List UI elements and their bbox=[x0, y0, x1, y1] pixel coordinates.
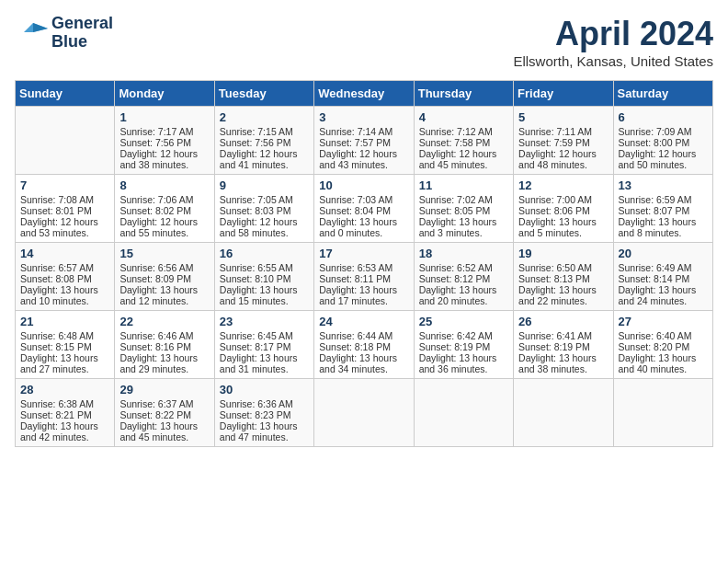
sunset: Sunset: 8:08 PM bbox=[20, 273, 92, 284]
sunset: Sunset: 8:03 PM bbox=[220, 205, 291, 216]
daylight: Daylight: 13 hours and 36 minutes. bbox=[419, 352, 497, 374]
daylight: Daylight: 13 hours and 47 minutes. bbox=[220, 420, 298, 442]
sunrise: Sunrise: 7:03 AM bbox=[319, 194, 392, 205]
sunset: Sunset: 8:15 PM bbox=[20, 341, 92, 352]
calendar-cell: 2Sunrise: 7:15 AMSunset: 7:56 PMDaylight… bbox=[214, 107, 313, 175]
calendar-cell: 30Sunrise: 6:36 AMSunset: 8:23 PMDayligh… bbox=[214, 379, 313, 447]
sunrise: Sunrise: 6:41 AM bbox=[518, 330, 592, 341]
calendar-cell: 24Sunrise: 6:44 AMSunset: 8:18 PMDayligh… bbox=[314, 311, 414, 379]
weekday-header-friday: Friday bbox=[514, 81, 613, 107]
daylight: Daylight: 13 hours and 20 minutes. bbox=[419, 284, 497, 306]
day-number: 25 bbox=[419, 315, 508, 328]
sunset: Sunset: 8:10 PM bbox=[220, 273, 291, 284]
sunrise: Sunrise: 6:50 AM bbox=[518, 262, 592, 273]
sunset: Sunset: 8:09 PM bbox=[119, 273, 191, 284]
calendar-cell: 19Sunrise: 6:50 AMSunset: 8:13 PMDayligh… bbox=[514, 243, 613, 311]
sunrise: Sunrise: 6:44 AM bbox=[319, 330, 392, 341]
day-number: 27 bbox=[619, 315, 708, 328]
calendar-week-4: 21Sunrise: 6:48 AMSunset: 8:15 PMDayligh… bbox=[16, 311, 713, 379]
daylight: Daylight: 12 hours and 50 minutes. bbox=[619, 148, 697, 170]
sunrise: Sunrise: 6:57 AM bbox=[20, 262, 94, 273]
calendar-cell: 26Sunrise: 6:41 AMSunset: 8:19 PMDayligh… bbox=[514, 311, 613, 379]
weekday-header-sunday: Sunday bbox=[16, 81, 115, 107]
calendar-cell: 11Sunrise: 7:02 AMSunset: 8:05 PMDayligh… bbox=[414, 175, 513, 243]
daylight: Daylight: 13 hours and 42 minutes. bbox=[20, 420, 98, 442]
daylight: Daylight: 13 hours and 0 minutes. bbox=[319, 216, 397, 238]
calendar-cell: 16Sunrise: 6:55 AMSunset: 8:10 PMDayligh… bbox=[214, 243, 313, 311]
weekday-header-thursday: Thursday bbox=[414, 81, 513, 107]
sunrise: Sunrise: 6:56 AM bbox=[119, 262, 193, 273]
sunrise: Sunrise: 6:36 AM bbox=[220, 398, 293, 409]
calendar-cell: 29Sunrise: 6:37 AMSunset: 8:22 PMDayligh… bbox=[115, 379, 214, 447]
calendar-cell: 21Sunrise: 6:48 AMSunset: 8:15 PMDayligh… bbox=[16, 311, 115, 379]
daylight: Daylight: 12 hours and 41 minutes. bbox=[220, 148, 298, 170]
sunset: Sunset: 8:19 PM bbox=[518, 341, 590, 352]
calendar-cell: 23Sunrise: 6:45 AMSunset: 8:17 PMDayligh… bbox=[214, 311, 313, 379]
calendar-cell: 18Sunrise: 6:52 AMSunset: 8:12 PMDayligh… bbox=[414, 243, 513, 311]
sunset: Sunset: 8:04 PM bbox=[319, 205, 391, 216]
sunrise: Sunrise: 6:55 AM bbox=[220, 262, 293, 273]
daylight: Daylight: 13 hours and 17 minutes. bbox=[319, 284, 397, 306]
day-number: 7 bbox=[20, 178, 109, 192]
day-number: 9 bbox=[220, 178, 309, 192]
calendar-cell: 12Sunrise: 7:00 AMSunset: 8:06 PMDayligh… bbox=[514, 175, 613, 243]
calendar-cell: 9Sunrise: 7:05 AMSunset: 8:03 PMDaylight… bbox=[214, 175, 313, 243]
svg-marker-2 bbox=[24, 23, 33, 32]
daylight: Daylight: 13 hours and 15 minutes. bbox=[220, 284, 298, 306]
sunset: Sunset: 8:00 PM bbox=[619, 137, 690, 148]
daylight: Daylight: 12 hours and 53 minutes. bbox=[20, 216, 98, 238]
daylight: Daylight: 13 hours and 27 minutes. bbox=[20, 352, 98, 374]
day-number: 16 bbox=[220, 247, 309, 260]
sunset: Sunset: 8:22 PM bbox=[119, 409, 191, 420]
sunset: Sunset: 7:59 PM bbox=[518, 137, 590, 148]
sunset: Sunset: 7:56 PM bbox=[119, 137, 191, 148]
sunset: Sunset: 8:17 PM bbox=[220, 341, 291, 352]
sunrise: Sunrise: 7:14 AM bbox=[319, 126, 392, 137]
sunset: Sunset: 7:56 PM bbox=[220, 137, 291, 148]
calendar-week-3: 14Sunrise: 6:57 AMSunset: 8:08 PMDayligh… bbox=[16, 243, 713, 311]
daylight: Daylight: 12 hours and 43 minutes. bbox=[319, 148, 397, 170]
daylight: Daylight: 13 hours and 40 minutes. bbox=[619, 352, 697, 374]
sunset: Sunset: 8:19 PM bbox=[419, 341, 491, 352]
calendar-cell bbox=[414, 379, 513, 447]
calendar-cell: 14Sunrise: 6:57 AMSunset: 8:08 PMDayligh… bbox=[16, 243, 115, 311]
calendar-cell: 25Sunrise: 6:42 AMSunset: 8:19 PMDayligh… bbox=[414, 311, 513, 379]
svg-marker-1 bbox=[31, 23, 48, 32]
page-header: General Blue April 2024 Ellsworth, Kansa… bbox=[15, 15, 713, 69]
logo: General Blue bbox=[15, 15, 113, 52]
calendar-cell bbox=[514, 379, 613, 447]
sunrise: Sunrise: 6:38 AM bbox=[20, 398, 94, 409]
day-number: 8 bbox=[119, 178, 209, 192]
weekday-header-monday: Monday bbox=[115, 81, 214, 107]
sunrise: Sunrise: 6:45 AM bbox=[220, 330, 293, 341]
sunrise: Sunrise: 6:53 AM bbox=[319, 262, 392, 273]
calendar-cell: 20Sunrise: 6:49 AMSunset: 8:14 PMDayligh… bbox=[613, 243, 712, 311]
sunset: Sunset: 8:16 PM bbox=[119, 341, 191, 352]
sunrise: Sunrise: 6:49 AM bbox=[619, 262, 692, 273]
calendar-week-2: 7Sunrise: 7:08 AMSunset: 8:01 PMDaylight… bbox=[16, 175, 713, 243]
sunrise: Sunrise: 6:59 AM bbox=[619, 194, 692, 205]
day-number: 10 bbox=[319, 178, 408, 192]
day-number: 12 bbox=[518, 178, 608, 192]
calendar-cell: 13Sunrise: 6:59 AMSunset: 8:07 PMDayligh… bbox=[613, 175, 712, 243]
calendar-cell: 10Sunrise: 7:03 AMSunset: 8:04 PMDayligh… bbox=[314, 175, 414, 243]
sunrise: Sunrise: 7:02 AM bbox=[419, 194, 493, 205]
sunset: Sunset: 8:13 PM bbox=[518, 273, 590, 284]
day-number: 2 bbox=[220, 110, 309, 124]
calendar-cell: 15Sunrise: 6:56 AMSunset: 8:09 PMDayligh… bbox=[115, 243, 214, 311]
daylight: Daylight: 13 hours and 8 minutes. bbox=[619, 216, 697, 238]
sunrise: Sunrise: 6:42 AM bbox=[419, 330, 493, 341]
calendar-cell bbox=[613, 379, 712, 447]
sunrise: Sunrise: 7:11 AM bbox=[518, 126, 592, 137]
day-number: 28 bbox=[20, 383, 109, 396]
sunrise: Sunrise: 6:37 AM bbox=[119, 398, 193, 409]
day-number: 24 bbox=[319, 315, 408, 328]
daylight: Daylight: 12 hours and 38 minutes. bbox=[119, 148, 198, 170]
calendar-cell: 6Sunrise: 7:09 AMSunset: 8:00 PMDaylight… bbox=[613, 107, 712, 175]
day-number: 5 bbox=[518, 110, 608, 124]
calendar-cell: 28Sunrise: 6:38 AMSunset: 8:21 PMDayligh… bbox=[16, 379, 115, 447]
sunset: Sunset: 8:07 PM bbox=[619, 205, 690, 216]
day-number: 22 bbox=[119, 315, 209, 328]
sunset: Sunset: 8:01 PM bbox=[20, 205, 92, 216]
sunset: Sunset: 8:14 PM bbox=[619, 273, 690, 284]
